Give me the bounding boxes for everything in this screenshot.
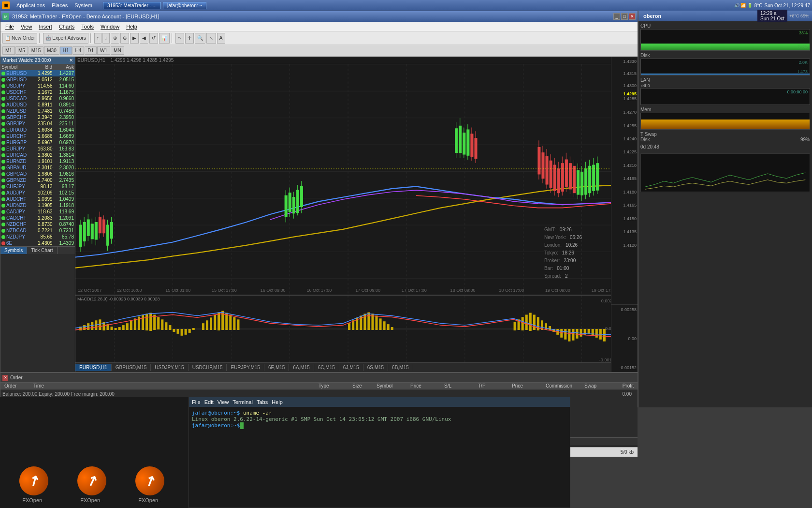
market-watch-row-gbpnzd[interactable]: GBPNZD 2.7400 2.7435 — [0, 177, 75, 183]
toolbar-expert-advisors[interactable]: 🤖 Expert Advisors — [43, 33, 88, 44]
mw-tab-tick[interactable]: Tick Chart — [27, 247, 57, 254]
timeframe-toolbar: M1 M5 M15 M30 H1 H4 D1 W1 MN — [0, 45, 638, 57]
market-watch-row-gbpaud[interactable]: GBPAUD 2.3010 2.3020 — [0, 164, 75, 171]
toolbar-cursor[interactable]: ↖ — [175, 33, 184, 44]
toolbar-new-order[interactable]: 📋 New Order — [2, 33, 37, 44]
chart-tab-5[interactable]: 6E,M15 — [264, 364, 289, 371]
mw-bid: 0.8911 — [31, 102, 52, 107]
market-watch-row-eurjpy[interactable]: EURJPY 163.80 163.83 — [0, 146, 75, 152]
fxopen-icon-3[interactable]: ↗ FXOpen - — [121, 466, 179, 503]
chart-tab-1[interactable]: GBPUSD,M15 — [112, 364, 151, 371]
mw-ask: 0.6970 — [53, 140, 74, 145]
menu-insert[interactable]: Insert — [36, 23, 55, 30]
market-watch-row-euraud[interactable]: EURAUD 1.6034 1.6044 — [0, 127, 75, 133]
mw-ask: 1.9816 — [53, 171, 74, 177]
tf-h4[interactable]: H4 — [72, 46, 85, 55]
toolbar-crosshair[interactable]: ✛ — [185, 33, 194, 44]
menu-window[interactable]: Window — [98, 23, 122, 30]
bash-menu-file[interactable]: File — [192, 399, 201, 405]
toolbar-text[interactable]: A — [217, 33, 225, 44]
market-watch-row-audnzd[interactable]: AUDNZD 1.1905 1.1918 — [0, 202, 75, 209]
chart-tab-7[interactable]: 6C,M15 — [314, 364, 339, 371]
toolbar-btn-3[interactable]: ⊕ — [111, 33, 119, 44]
market-watch-row-eurchf[interactable]: EURCHF 1.6686 1.6689 — [0, 133, 75, 139]
market-watch-row-nzdjpy[interactable]: NZDJPY 85.68 85.78 — [0, 234, 75, 240]
market-watch-row-6e[interactable]: 6E 1.4309 1.4309 — [0, 240, 75, 246]
toolbar-line[interactable]: ⟍ — [206, 33, 216, 44]
toolbar-btn-2[interactable]: ↓ — [102, 33, 110, 44]
market-watch-row-audjpy[interactable]: AUDJPY 102.09 102.15 — [0, 190, 75, 196]
minimize-button[interactable]: _ — [613, 13, 620, 20]
main-chart[interactable]: 12 Oct 2007 12 Oct 16:00 15 Oct 01:00 15… — [75, 64, 611, 295]
bash-menu-edit[interactable]: Edit — [204, 399, 214, 405]
toolbar-btn-6[interactable]: ◀ — [140, 33, 148, 44]
toolbar-btn-1[interactable]: ↑ — [94, 33, 102, 44]
market-watch-row-audchf[interactable]: AUDCHF 1.0399 1.0409 — [0, 196, 75, 202]
market-watch-row-eurusd[interactable]: EURUSD 1.4295 1.4297 — [0, 70, 75, 76]
market-watch-row-usdchf[interactable]: USDCHF 1.1672 1.1675 — [0, 89, 75, 95]
tf-m1[interactable]: M1 — [2, 46, 15, 55]
toolbar-zoom-in[interactable]: 🔍 — [195, 33, 205, 44]
market-watch-row-nzdusd[interactable]: NZDUSD 0.7481 0.7486 — [0, 108, 75, 114]
task-terminal[interactable]: jafar@oberon: ~ — [163, 2, 206, 9]
market-watch-row-usdjpy[interactable]: USDJPY 114.58 114.60 — [0, 83, 75, 89]
bash-menu-view[interactable]: View — [218, 399, 229, 405]
toolbar-btn-7[interactable]: 📊 — [159, 33, 170, 44]
fxopen-icon-1[interactable]: ↗ FXOpen - — [5, 466, 63, 503]
mw-ask: 0.8914 — [53, 102, 74, 107]
fxopen-icon-2[interactable]: ↗ FXOpen - — [63, 466, 121, 503]
chart-tab-10[interactable]: 6B,M15 — [388, 364, 413, 371]
terminal-close[interactable]: ✕ — [2, 375, 8, 381]
bash-content[interactable]: jafar@oberon:~$ uname -ar Linux oberon 2… — [189, 407, 570, 508]
menu-file[interactable]: File — [2, 23, 17, 30]
mw-close-icon[interactable]: ✕ — [69, 58, 73, 63]
bash-menu-help[interactable]: Help — [272, 399, 283, 405]
tf-w1[interactable]: W1 — [97, 46, 110, 55]
menu-view[interactable]: View — [18, 23, 35, 30]
chart-tab-3[interactable]: USDCHF,M15 — [188, 364, 227, 371]
market-watch-row-cadjpy[interactable]: CADJPY 118.63 118.69 — [0, 209, 75, 215]
tf-m5[interactable]: M5 — [15, 46, 28, 55]
close-button[interactable]: ✕ — [629, 13, 636, 20]
menu-places[interactable]: Places — [49, 2, 71, 9]
bash-menu-terminal[interactable]: Terminal — [232, 399, 253, 405]
rp-temp: +8°C 65% — [789, 14, 809, 18]
toolbar-btn-5[interactable]: ▶ — [130, 33, 139, 44]
toolbar-btn-4[interactable]: ⊖ — [120, 33, 129, 44]
bash-menu-tabs[interactable]: Tabs — [257, 399, 268, 405]
menu-tools[interactable]: Tools — [78, 23, 97, 30]
task-metatrader[interactable]: 31953: MetaTrader - ... — [103, 2, 161, 9]
tf-d1[interactable]: D1 — [85, 46, 97, 55]
chart-tab-6[interactable]: 6A,M15 — [289, 364, 314, 371]
market-watch-row-audusd[interactable]: AUDUSD 0.8911 0.8914 — [0, 102, 75, 108]
menu-applications[interactable]: Applications — [14, 2, 48, 9]
market-watch-row-usdcad[interactable]: USDCAD 0.9656 0.9660 — [0, 95, 75, 102]
toolbar-btn-refresh[interactable]: ↺ — [149, 33, 158, 44]
market-watch-row-gbpjpy[interactable]: GBPJPY 235.04 235.11 — [0, 120, 75, 127]
market-watch-row-chfjpy[interactable]: CHFJPY 98.13 98.17 — [0, 183, 75, 190]
menu-charts[interactable]: Charts — [56, 23, 77, 30]
market-watch-row-gbpusd[interactable]: GBPUSD 2.0512 2.0515 — [0, 76, 75, 83]
market-watch-row-gbpcad[interactable]: GBPCAD 1.9806 1.9816 — [0, 171, 75, 177]
market-watch-row-eurcad[interactable]: EURCAD 1.3802 1.3814 — [0, 152, 75, 158]
market-watch-row-eurnzd[interactable]: EURNZD 1.9101 1.9113 — [0, 158, 75, 164]
chart-tab-2[interactable]: USDJPY,M15 — [151, 364, 188, 371]
market-watch-row-nzdchf[interactable]: NZDCHF 0.8730 0.8740 — [0, 221, 75, 227]
tf-m15[interactable]: M15 — [29, 46, 44, 55]
market-watch-row-nzdcad[interactable]: NZDCAD 0.7221 0.7231 — [0, 227, 75, 234]
tf-h1[interactable]: H1 — [60, 46, 72, 55]
menu-system[interactable]: System — [72, 2, 95, 9]
chart-tab-8[interactable]: 6J,M15 — [339, 364, 363, 371]
timezone-info: GMT:09:26 New York:05:26 London:10:26 To… — [544, 226, 582, 280]
mw-tab-symbols[interactable]: Symbols — [0, 247, 27, 254]
market-watch-row-cadchf[interactable]: CADCHF 1.2083 1.2091 — [0, 215, 75, 221]
menu-help[interactable]: Help — [123, 23, 140, 30]
chart-tab-9[interactable]: 6S,M15 — [363, 364, 388, 371]
tf-mn[interactable]: MN — [111, 46, 124, 55]
chart-tab-0[interactable]: EURUSD,H1 — [75, 364, 112, 371]
market-watch-row-eurgbp[interactable]: EURGBP 0.6967 0.6970 — [0, 139, 75, 146]
tf-m30[interactable]: M30 — [44, 46, 59, 55]
maximize-button[interactable]: □ — [621, 13, 628, 20]
market-watch-row-gbpchf[interactable]: GBPCHF 2.3943 2.3950 — [0, 114, 75, 120]
chart-tab-4[interactable]: EURJPY,M15 — [227, 364, 264, 371]
